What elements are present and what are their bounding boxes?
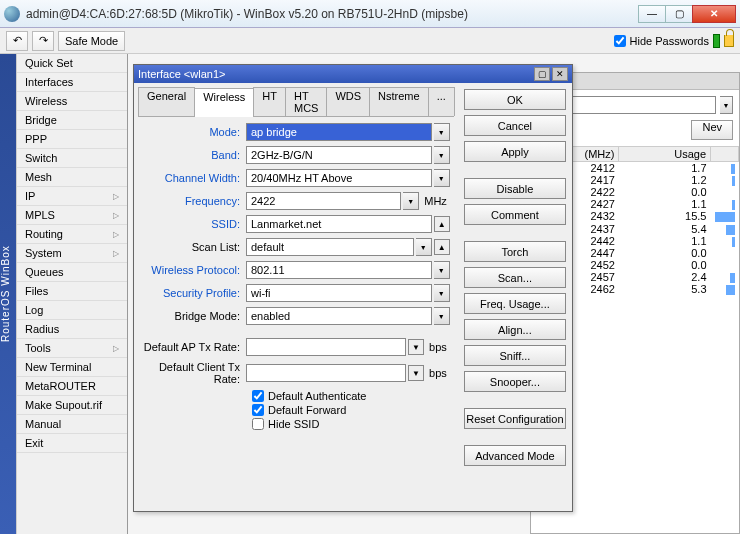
chwidth-input[interactable]: [246, 169, 432, 187]
sidebar-item-routing[interactable]: Routing▷: [17, 225, 127, 244]
aptx-input[interactable]: [246, 338, 406, 356]
titlebar: admin@D4:CA:6D:27:68:5D (MikroTik) - Win…: [0, 0, 740, 28]
sidebar-item-interfaces[interactable]: Interfaces: [17, 73, 127, 92]
sidebar-item-log[interactable]: Log: [17, 301, 127, 320]
mode-label: Mode:: [142, 126, 246, 138]
redo-button[interactable]: ↷: [32, 31, 54, 51]
submenu-arrow-icon: ▷: [113, 211, 119, 220]
dialog-titlebar[interactable]: Interface <wlan1> ▢ ✕: [134, 65, 572, 83]
sidebar-item-ppp[interactable]: PPP: [17, 130, 127, 149]
ssid-collapse-button[interactable]: ▲: [434, 216, 450, 232]
dialog-tabs: GeneralWirelessHTHT MCSWDSNstreme...: [138, 87, 454, 117]
sidebar-item-mpls[interactable]: MPLS▷: [17, 206, 127, 225]
sidebar-item-tools[interactable]: Tools▷: [17, 339, 127, 358]
wproto-input[interactable]: [246, 261, 432, 279]
scanlist-collapse-button[interactable]: ▲: [434, 239, 450, 255]
bridgemode-input[interactable]: [246, 307, 432, 325]
close-button[interactable]: ✕: [692, 5, 736, 23]
wproto-dropdown[interactable]: ▼: [434, 261, 450, 279]
freq-input[interactable]: [246, 192, 401, 210]
sidebar-item-switch[interactable]: Switch: [17, 149, 127, 168]
secprof-label: Security Profile:: [142, 287, 246, 299]
ssid-input[interactable]: [246, 215, 432, 233]
band-input[interactable]: [246, 146, 432, 164]
tab-ht[interactable]: HT: [253, 87, 286, 116]
aptx-expand-button[interactable]: ▼: [408, 339, 424, 355]
secprof-dropdown[interactable]: ▼: [434, 284, 450, 302]
sidebar-item-radius[interactable]: Radius: [17, 320, 127, 339]
clienttx-expand-button[interactable]: ▼: [408, 365, 424, 381]
tab-ht-mcs[interactable]: HT MCS: [285, 87, 327, 116]
bg-input-dropdown[interactable]: ▼: [720, 96, 733, 114]
sidebar-item-ip[interactable]: IP▷: [17, 187, 127, 206]
app-icon: [4, 6, 20, 22]
scanlist-dropdown[interactable]: ▼: [416, 238, 432, 256]
hide-passwords-toggle[interactable]: Hide Passwords: [614, 35, 709, 47]
snooper-button[interactable]: Snooper...: [464, 371, 566, 392]
aptx-unit: bps: [426, 341, 450, 353]
tab-wds[interactable]: WDS: [326, 87, 370, 116]
hide-ssid-check[interactable]: Hide SSID: [252, 418, 450, 430]
hide-passwords-label: Hide Passwords: [630, 35, 709, 47]
hide-passwords-checkbox[interactable]: [614, 35, 626, 47]
freq-usage-button[interactable]: Freq. Usage...: [464, 293, 566, 314]
sidebar-item-wireless[interactable]: Wireless: [17, 92, 127, 111]
chwidth-label: Channel Width:: [142, 172, 246, 184]
ok-button[interactable]: OK: [464, 89, 566, 110]
tab-general[interactable]: General: [138, 87, 195, 116]
align-button[interactable]: Align...: [464, 319, 566, 340]
comment-button[interactable]: Comment: [464, 204, 566, 225]
safe-mode-button[interactable]: Safe Mode: [58, 31, 125, 51]
cancel-button[interactable]: Cancel: [464, 115, 566, 136]
submenu-arrow-icon: ▷: [113, 192, 119, 201]
dialog-title: Interface <wlan1>: [138, 68, 532, 80]
sidebar-item-system[interactable]: System▷: [17, 244, 127, 263]
default-forward-check[interactable]: Default Forward: [252, 404, 450, 416]
minimize-button[interactable]: —: [638, 5, 666, 23]
sidebar-item-queues[interactable]: Queues: [17, 263, 127, 282]
sidebar-item-make-supout-rif[interactable]: Make Supout.rif: [17, 396, 127, 415]
sidebar-item-files[interactable]: Files: [17, 282, 127, 301]
freq-unit: MHz: [421, 195, 450, 207]
default-auth-check[interactable]: Default Authenticate: [252, 390, 450, 402]
sidebar-item-bridge[interactable]: Bridge: [17, 111, 127, 130]
advanced-mode-button[interactable]: Advanced Mode: [464, 445, 566, 466]
sidebar-item-exit[interactable]: Exit: [17, 434, 127, 453]
bridgemode-dropdown[interactable]: ▼: [434, 307, 450, 325]
tab-nstreme[interactable]: Nstreme: [369, 87, 429, 116]
disable-button[interactable]: Disable: [464, 178, 566, 199]
wproto-label: Wireless Protocol:: [142, 264, 246, 276]
ssid-label: SSID:: [142, 218, 246, 230]
sniff-button[interactable]: Sniff...: [464, 345, 566, 366]
freq-label: Frequency:: [142, 195, 246, 207]
mode-input[interactable]: [246, 123, 432, 141]
maximize-button[interactable]: ▢: [665, 5, 693, 23]
tab--[interactable]: ...: [428, 87, 455, 116]
clienttx-input[interactable]: [246, 364, 406, 382]
undo-button[interactable]: ↶: [6, 31, 28, 51]
torch-button[interactable]: Torch: [464, 241, 566, 262]
sidebar-item-new-terminal[interactable]: New Terminal: [17, 358, 127, 377]
chwidth-dropdown[interactable]: ▼: [434, 169, 450, 187]
dialog-close-button[interactable]: ✕: [552, 67, 568, 81]
toolbar: ↶ ↷ Safe Mode Hide Passwords: [0, 28, 740, 54]
apply-button[interactable]: Apply: [464, 141, 566, 162]
col-usage[interactable]: Usage: [619, 147, 711, 162]
sidebar-item-mesh[interactable]: Mesh: [17, 168, 127, 187]
aptx-label: Default AP Tx Rate:: [142, 341, 246, 353]
bg-new-button[interactable]: Nev: [691, 120, 733, 140]
band-dropdown[interactable]: ▼: [434, 146, 450, 164]
tab-wireless[interactable]: Wireless: [194, 88, 254, 117]
mode-dropdown[interactable]: ▼: [434, 123, 450, 141]
sidebar-item-quick-set[interactable]: Quick Set: [17, 54, 127, 73]
dialog-max-button[interactable]: ▢: [534, 67, 550, 81]
sidebar-item-metarouter[interactable]: MetaROUTER: [17, 377, 127, 396]
scan-button[interactable]: Scan...: [464, 267, 566, 288]
scanlist-input[interactable]: [246, 238, 414, 256]
clienttx-label: Default Client Tx Rate:: [142, 361, 246, 385]
secprof-input[interactable]: [246, 284, 432, 302]
reset-config-button[interactable]: Reset Configuration: [464, 408, 566, 429]
interface-dialog: Interface <wlan1> ▢ ✕ GeneralWirelessHTH…: [133, 64, 573, 512]
freq-dropdown[interactable]: ▼: [403, 192, 419, 210]
sidebar-item-manual[interactable]: Manual: [17, 415, 127, 434]
